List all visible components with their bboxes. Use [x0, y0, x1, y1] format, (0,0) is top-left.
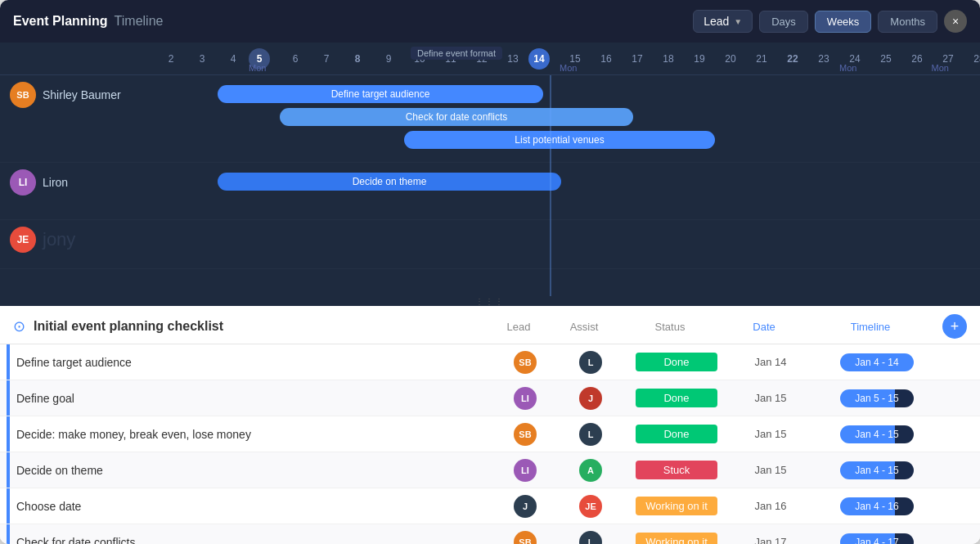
bar-define-target[interactable]: Define target audience — [218, 85, 543, 103]
task-timeline-cell[interactable]: Jan 4 - 15 — [811, 425, 942, 443]
avatar-liron: LI — [10, 169, 36, 196]
timeline-chip: Jan 4 - 15 — [840, 425, 914, 443]
task-lead-cell: LI — [492, 387, 558, 410]
col-header-date: Date — [723, 321, 805, 333]
table-row[interactable]: Choose dateJJEWorking on itJan 16Jan 4 -… — [0, 488, 980, 524]
avatar-shirley: SB — [10, 82, 36, 108]
assist-avatar[interactable]: L — [579, 351, 602, 374]
col-header-lead: Lead — [486, 321, 551, 333]
today-line — [550, 75, 551, 296]
date-11: 11 Define event format — [435, 53, 466, 65]
date-19: 19 — [684, 53, 715, 65]
task-timeline-cell[interactable]: Jan 4 - 16 — [811, 497, 942, 515]
task-name: Decide: make money, break even, lose mon… — [16, 428, 492, 441]
task-date-cell: Jan 15 — [730, 428, 811, 440]
assist-avatar[interactable]: L — [579, 423, 602, 446]
timeline-chip: Jan 4 - 14 — [840, 353, 914, 371]
date-14-today: 14 — [528, 48, 550, 70]
table-row[interactable]: Check for date conflictsSBLWorking on it… — [0, 524, 980, 544]
assist-avatar[interactable]: L — [579, 531, 602, 545]
task-timeline-cell[interactable]: Jan 4 - 14 — [811, 353, 942, 371]
person-row-jessica: JE jony — [0, 220, 980, 269]
close-button[interactable]: × — [944, 10, 967, 33]
top-bar-actions: Lead ▼ Days Weeks Months × — [693, 10, 967, 33]
row-indent — [7, 452, 10, 488]
date-7: 7 — [311, 53, 342, 65]
person-info-liron: LI Liron — [0, 169, 155, 196]
status-badge: Done — [636, 425, 717, 443]
mon-label-2: Mon — [560, 63, 577, 73]
assist-avatar[interactable]: J — [579, 387, 602, 410]
table-row[interactable]: Define target audienceSBLDoneJan 14Jan 4… — [0, 344, 980, 380]
table-row[interactable]: Define goalLIJDoneJan 15Jan 5 - 15 — [0, 380, 980, 416]
days-button[interactable]: Days — [759, 11, 808, 33]
section-title: Initial event planning checklist — [34, 319, 486, 334]
row-indent — [7, 488, 10, 524]
timeline-section: 2 3 4 5 6 7 8 9 10 11 Define event forma… — [0, 43, 980, 296]
task-assist-cell: L — [558, 423, 623, 446]
mon-label-1: Mon — [249, 63, 266, 73]
task-status-cell[interactable]: Done — [623, 389, 730, 407]
mon-label-4: Mon — [932, 63, 949, 73]
task-assist-cell: JE — [558, 495, 623, 518]
date-2: 2 — [155, 53, 187, 65]
col-headers: Lead Assist Status Date Timeline — [486, 321, 936, 333]
lead-avatar[interactable]: SB — [514, 531, 537, 545]
person-info-shirley: SB Shirley Baumer — [0, 82, 155, 108]
row-indent — [7, 380, 10, 416]
task-date-cell: Jan 16 — [730, 500, 811, 512]
section-toggle[interactable]: ⊙ — [13, 317, 25, 335]
task-status-cell[interactable]: Stuck — [623, 461, 730, 479]
assist-avatar[interactable]: JE — [579, 495, 602, 518]
task-status-cell[interactable]: Working on it — [623, 533, 730, 544]
person-name-liron: Liron — [43, 176, 68, 189]
lead-avatar[interactable]: SB — [514, 351, 537, 374]
months-button[interactable]: Months — [878, 11, 937, 33]
lead-avatar[interactable]: LI — [514, 459, 537, 482]
task-name: Choose date — [16, 500, 492, 513]
lead-avatar[interactable]: LI — [514, 387, 537, 410]
bar-check-date[interactable]: Check for date conflicts — [280, 108, 633, 126]
person-row-shirley: SB Shirley Baumer Define target audience… — [0, 75, 980, 163]
add-column-button[interactable]: + — [942, 314, 967, 339]
row-indent — [7, 524, 10, 544]
person-name-jessica: jony — [43, 229, 75, 250]
lead-avatar[interactable]: SB — [514, 423, 537, 446]
task-assist-cell: A — [558, 459, 623, 482]
task-lead-cell: LI — [492, 459, 558, 482]
task-lead-cell: SB — [492, 423, 558, 446]
date-6: 6 — [280, 53, 311, 65]
weeks-button[interactable]: Weeks — [815, 11, 872, 33]
task-status-cell[interactable]: Working on it — [623, 497, 730, 515]
task-name: Define target audience — [16, 356, 492, 369]
date-17: 17 — [622, 53, 653, 65]
task-assist-cell: L — [558, 531, 623, 545]
table-body: Define target audienceSBLDoneJan 14Jan 4… — [0, 344, 980, 544]
lead-avatar[interactable]: J — [514, 495, 537, 518]
timeline-chip: Jan 4 - 16 — [840, 497, 914, 515]
date-23: 23 — [808, 53, 839, 65]
col-header-status: Status — [617, 321, 723, 333]
task-timeline-cell[interactable]: Jan 4 - 17 — [811, 533, 942, 545]
assist-avatar[interactable]: A — [579, 459, 602, 482]
task-name: Check for date conflicts — [16, 536, 492, 545]
date-header: 2 3 4 5 6 7 8 9 10 11 Define event forma… — [0, 43, 980, 75]
avatar-jessica: JE — [10, 227, 36, 253]
task-date-cell: Jan 17 — [730, 536, 811, 544]
table-row[interactable]: Decide on themeLIAStuckJan 15Jan 4 - 15 — [0, 452, 980, 488]
status-badge: Done — [636, 353, 717, 371]
drag-handle[interactable]: ⋮⋮⋮ — [0, 296, 980, 306]
task-status-cell[interactable]: Done — [623, 353, 730, 371]
task-name: Define goal — [16, 392, 492, 405]
task-timeline-cell[interactable]: Jan 4 - 15 — [811, 461, 942, 479]
date-20: 20 — [715, 53, 746, 65]
table-row[interactable]: Decide: make money, break even, lose mon… — [0, 416, 980, 452]
tooltip-define-event: Define event format — [411, 47, 502, 60]
bar-decide-theme[interactable]: Decide on theme — [218, 173, 561, 191]
lead-dropdown[interactable]: Lead ▼ — [693, 10, 753, 33]
bar-list-venues[interactable]: List potential venues — [404, 131, 715, 149]
task-status-cell[interactable]: Done — [623, 425, 730, 443]
task-timeline-cell[interactable]: Jan 5 - 15 — [811, 389, 942, 407]
status-badge: Working on it — [636, 497, 717, 515]
task-name: Decide on theme — [16, 464, 492, 477]
